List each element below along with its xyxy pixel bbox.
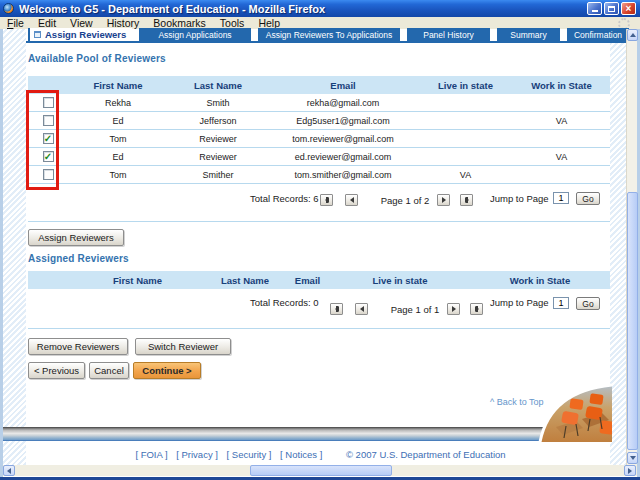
first-page-button[interactable] (320, 194, 333, 206)
pool-header-row: First NameLast NameEmailLive in stateWor… (28, 76, 610, 94)
column-header: First Name (70, 271, 205, 289)
column-header: Email (285, 271, 330, 289)
total-records: Total Records: 0 (250, 297, 319, 308)
tab-confirmation[interactable]: Confirmation (567, 28, 629, 41)
next-page-icon (452, 306, 456, 312)
table-row: ✓TomReviewertom.reviewer@gmail.com (28, 130, 610, 148)
tab-underline (26, 41, 629, 43)
next-page-button[interactable] (447, 303, 460, 315)
classroom-chairs-image (526, 383, 612, 442)
last-page-button[interactable] (470, 303, 483, 315)
column-header: First Name (68, 76, 168, 94)
table-row: EdJeffersonEdg5user1@gmail.comVA (28, 112, 610, 130)
table-cell: tom.reviewer@gmail.com (268, 130, 418, 147)
tab-label: Assign Reviewers To Applications (266, 30, 392, 40)
footer-link-privacy[interactable]: [ Privacy ] (176, 449, 218, 460)
scroll-down-button[interactable] (627, 452, 638, 464)
table-cell: tom.smither@gmail.com (268, 166, 418, 183)
table-row: ✓EdReviewered.reviewer@gmail.comVA (28, 148, 610, 166)
tab-label: Confirmation (574, 30, 622, 40)
remove-reviewers-button[interactable]: Remove Reviewers (28, 338, 128, 355)
menu-file[interactable]: File (0, 17, 31, 29)
footer-link-foia[interactable]: [ FOIA ] (135, 449, 167, 460)
previous-button[interactable]: < Previous (28, 362, 85, 379)
prev-page-button[interactable] (345, 194, 358, 206)
last-page-icon (476, 306, 478, 312)
table-cell (418, 130, 513, 147)
go-button[interactable]: Go (576, 192, 600, 205)
prev-page-button[interactable] (355, 303, 368, 315)
assign-reviewers-button[interactable]: Assign Reviewers (28, 229, 124, 246)
footer-link-security[interactable]: [ Security ] (227, 449, 272, 460)
column-header: Work in State (513, 76, 610, 94)
table-cell: rekha@gmail.com (268, 94, 418, 111)
tab-assign-reviewers[interactable]: Assign Reviewers (28, 28, 132, 41)
tab-icon (34, 31, 41, 38)
last-page-button[interactable] (460, 194, 473, 206)
footer-copyright: © 2007 U.S. Department of Education (346, 449, 506, 460)
column-header: Last Name (205, 271, 285, 289)
pool-heading: Available Pool of Reviewers (28, 53, 166, 64)
next-page-button[interactable] (437, 194, 450, 206)
table-cell: Rekha (68, 94, 168, 111)
section-divider (28, 221, 610, 222)
footer-link-notices[interactable]: [ Notices ] (280, 449, 322, 460)
last-page-icon (466, 197, 468, 203)
right-arrow-icon (628, 468, 632, 474)
window-title: Welcome to G5 - Department of Education … (19, 3, 587, 15)
continue-button[interactable]: Continue > (133, 362, 201, 379)
go-button[interactable]: Go (576, 297, 600, 310)
minimize-icon (592, 10, 598, 12)
column-header: Last Name (168, 76, 268, 94)
scroll-right-button[interactable] (624, 465, 636, 476)
tab-label: Summary (510, 30, 546, 40)
down-arrow-icon (630, 456, 636, 460)
vertical-scrollbar[interactable] (626, 29, 637, 465)
switch-reviewer-button[interactable]: Switch Reviewer (135, 338, 231, 355)
first-page-button[interactable] (330, 303, 343, 315)
up-arrow-icon (630, 33, 636, 37)
horizontal-scrollbar-thumb[interactable] (250, 465, 392, 476)
table-cell: Tom (68, 166, 168, 183)
page-margin-left (3, 29, 26, 465)
jump-page-input[interactable] (553, 192, 569, 204)
close-button[interactable]: × (621, 2, 636, 15)
table-cell: ed.reviewer@gmail.com (268, 148, 418, 165)
footer: [ FOIA ] [ Privacy ] [ Security ] [ Noti… (26, 449, 612, 460)
tab-label: Assign Reviewers (45, 29, 126, 40)
vertical-scrollbar-thumb[interactable] (627, 192, 638, 450)
scroll-up-button[interactable] (627, 29, 638, 41)
tab-assign-reviewers-to-applications[interactable]: Assign Reviewers To Applications (258, 28, 400, 41)
table-cell (418, 112, 513, 129)
table-cell: VA (418, 166, 513, 183)
left-arrow-icon (7, 468, 11, 474)
table-cell: Reviewer (168, 130, 268, 147)
minimize-button[interactable] (587, 2, 602, 15)
table-cell: Jefferson (168, 112, 268, 129)
decorative-band (3, 427, 612, 441)
table-row: TomSmithertom.smither@gmail.comVA (28, 166, 610, 184)
jump-page-input[interactable] (553, 297, 569, 309)
table-cell (418, 94, 513, 111)
firefox-icon (3, 3, 14, 14)
restore-button[interactable] (604, 2, 619, 15)
table-cell (513, 166, 610, 183)
column-header (28, 271, 70, 289)
tab-summary[interactable]: Summary (497, 28, 560, 41)
table-cell: Ed (68, 148, 168, 165)
table-row: RekhaSmithrekha@gmail.com (28, 94, 610, 112)
tab-assign-applications[interactable]: Assign Applications (139, 28, 251, 41)
column-header: Email (268, 76, 418, 94)
scroll-left-button[interactable] (3, 465, 15, 476)
cancel-button[interactable]: Cancel (89, 362, 129, 379)
browser-window: Welcome to G5 - Department of Education … (0, 0, 640, 480)
page-indicator: Page 1 of 2 (373, 195, 437, 206)
horizontal-scrollbar[interactable] (3, 465, 637, 476)
prev-page-icon (360, 306, 364, 312)
table-cell: Edg5user1@gmail.com (268, 112, 418, 129)
annotation-box (26, 90, 59, 190)
title-bar[interactable]: Welcome to G5 - Department of Education … (0, 0, 640, 17)
page-indicator: Page 1 of 1 (383, 304, 447, 315)
tab-panel-history[interactable]: Panel History (407, 28, 490, 41)
table-cell (418, 148, 513, 165)
